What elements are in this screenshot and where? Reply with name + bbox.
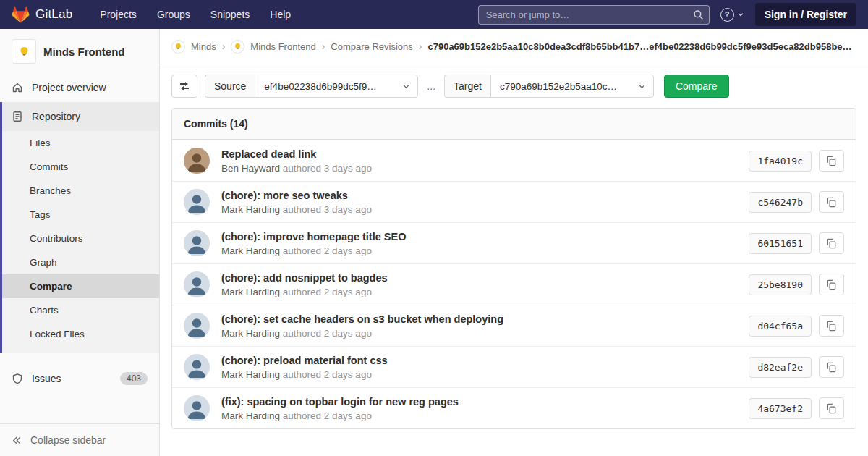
- avatar: [184, 189, 210, 215]
- sidebar-subitem-compare[interactable]: Compare: [2, 274, 159, 298]
- commit-title-link[interactable]: (chore): improve homepage title SEO: [221, 231, 749, 242]
- commit-authored-time: authored 3 days ago: [283, 204, 372, 215]
- swap-revisions-button[interactable]: [171, 75, 197, 98]
- breadcrumb-compare-revisions[interactable]: Compare Revisions: [331, 41, 412, 52]
- nav-help[interactable]: Help: [270, 9, 291, 20]
- breadcrumb-separator: ›: [322, 41, 326, 52]
- commit-meta: Mark Harding authored 3 days ago: [221, 204, 749, 215]
- collapse-sidebar-button[interactable]: Collapse sidebar: [0, 423, 159, 456]
- repository-icon: [12, 111, 23, 122]
- sidebar-subitem-locked-files[interactable]: Locked Files: [2, 322, 159, 346]
- commit-title-link[interactable]: (chore): add nosnippet to bagdes: [221, 272, 749, 284]
- breadcrumb-separator: ›: [222, 41, 226, 52]
- copy-icon: [826, 362, 837, 373]
- commit-author-link[interactable]: Ben Hayward: [221, 163, 280, 174]
- sidebar-item-issues[interactable]: Issues 403: [0, 363, 159, 394]
- main-content: Minds › Minds Frontend › Compare Revisio…: [160, 29, 868, 456]
- copy-icon: [826, 403, 837, 414]
- commit-row: (fix): spacing on topbar login for new r…: [172, 387, 856, 428]
- commit-sha[interactable]: d82eaf2e: [749, 357, 812, 378]
- commit-title-link[interactable]: (fix): spacing on topbar login for new r…: [221, 396, 749, 408]
- collapse-label: Collapse sidebar: [30, 434, 106, 446]
- home-icon: [12, 82, 23, 93]
- breadcrumb-minds[interactable]: Minds: [191, 41, 216, 52]
- copy-sha-button[interactable]: [819, 232, 844, 254]
- commit-meta: Mark Harding authored 2 days ago: [221, 328, 749, 339]
- help-menu-button[interactable]: ?: [720, 8, 744, 22]
- target-group: Target c790a69b152e2b5aa10c…: [444, 75, 654, 98]
- range-separator: ...: [427, 80, 435, 92]
- compare-button[interactable]: Compare: [664, 75, 729, 98]
- commit-title-link[interactable]: (chore): more seo tweaks: [221, 190, 749, 201]
- breadcrumb-current-sha-range: c790a69b152e2b5aa10c8b0dea3cdf8b65bb41b7…: [427, 41, 856, 52]
- commit-sha[interactable]: 60151651: [749, 233, 812, 254]
- nav-projects[interactable]: Projects: [100, 9, 137, 20]
- copy-sha-button[interactable]: [819, 150, 844, 172]
- commit-sha[interactable]: 4a673ef2: [749, 398, 812, 419]
- breadcrumb-minds-frontend[interactable]: Minds Frontend: [250, 41, 315, 52]
- commit-sha[interactable]: d04cf65a: [749, 316, 812, 337]
- commit-meta: Mark Harding authored 2 days ago: [221, 287, 749, 297]
- commit-sha[interactable]: c546247b: [749, 192, 812, 213]
- commit-title-link[interactable]: (chore): set cache headers on s3 bucket …: [221, 313, 749, 325]
- copy-sha-button[interactable]: [819, 274, 844, 295]
- commit-row: (chore): preload material font css Mark …: [172, 346, 856, 387]
- gitlab-tanuki-icon: [12, 6, 30, 24]
- commit-author-link[interactable]: Mark Harding: [221, 369, 280, 380]
- nav-groups[interactable]: Groups: [157, 9, 190, 20]
- sidebar-subitem-contributors[interactable]: Contributors: [2, 227, 159, 250]
- nav-snippets[interactable]: Snippets: [210, 9, 250, 20]
- sign-in-register-button[interactable]: Sign in / Register: [755, 3, 856, 26]
- copy-sha-button[interactable]: [819, 191, 844, 213]
- commit-info: (fix): spacing on topbar login for new r…: [221, 396, 749, 421]
- commit-info: (chore): add nosnippet to bagdes Mark Ha…: [221, 272, 749, 297]
- commit-authored-time: authored 2 days ago: [283, 245, 372, 256]
- commit-title-link[interactable]: Replaced dead link: [221, 148, 749, 160]
- project-header-link[interactable]: Minds Frontend: [0, 29, 159, 73]
- commit-title-link[interactable]: (chore): preload material font css: [221, 355, 749, 366]
- commit-authored-time: authored 2 days ago: [283, 369, 372, 380]
- commit-row: (chore): add nosnippet to bagdes Mark Ha…: [172, 263, 856, 305]
- gitlab-home-link[interactable]: GitLab: [12, 6, 72, 24]
- page: GitLab Projects Groups Snippets Help ? S…: [0, 0, 868, 456]
- minds-group-icon: [171, 40, 185, 54]
- copy-sha-button[interactable]: [819, 356, 844, 378]
- avatar: [184, 354, 210, 380]
- swap-icon: [179, 80, 190, 92]
- sidebar-subitem-files[interactable]: Files: [2, 131, 159, 155]
- sidebar: Minds Frontend Project overview: [0, 29, 160, 456]
- copy-sha-button[interactable]: [819, 397, 844, 419]
- copy-icon: [826, 197, 837, 208]
- commit-author-link[interactable]: Mark Harding: [221, 204, 280, 215]
- navbar-links: Projects Groups Snippets Help: [100, 9, 291, 20]
- copy-sha-button[interactable]: [819, 315, 844, 337]
- commit-author-link[interactable]: Mark Harding: [221, 328, 280, 339]
- commit-author-link[interactable]: Mark Harding: [221, 287, 280, 297]
- source-ref-dropdown[interactable]: ef4be02238d6b99dc5f9…: [255, 75, 418, 98]
- commit-authored-time: authored 2 days ago: [283, 328, 372, 339]
- commit-sha[interactable]: 25be8190: [749, 274, 812, 295]
- commit-meta: Ben Hayward authored 3 days ago: [221, 163, 749, 174]
- sidebar-subitem-charts[interactable]: Charts: [2, 298, 159, 322]
- sidebar-subitem-tags[interactable]: Tags: [2, 203, 159, 227]
- sidebar-item-label: Repository: [32, 111, 80, 122]
- target-ref-dropdown[interactable]: c790a69b152e2b5aa10c…: [490, 75, 654, 98]
- sidebar-nav: Project overview Repository Files Com: [0, 73, 159, 394]
- chevron-down-icon: [402, 83, 410, 90]
- commit-author-link[interactable]: Mark Harding: [221, 410, 280, 421]
- sidebar-subitem-branches[interactable]: Branches: [2, 179, 159, 203]
- sidebar-subitem-graph[interactable]: Graph: [2, 250, 159, 274]
- source-label: Source: [205, 75, 255, 98]
- copy-icon: [826, 156, 837, 166]
- breadcrumb: Minds › Minds Frontend › Compare Revisio…: [160, 29, 868, 64]
- minds-frontend-project-icon: [231, 40, 244, 54]
- sidebar-subitem-commits[interactable]: Commits: [2, 155, 159, 179]
- commit-meta: Mark Harding authored 2 days ago: [221, 410, 749, 421]
- navbar-right: ? Sign in / Register: [478, 3, 856, 26]
- search-input[interactable]: [478, 5, 710, 25]
- commits-panel: Commits (14) Replaced dead link Ben Hayw…: [171, 108, 856, 429]
- commit-author-link[interactable]: Mark Harding: [221, 245, 280, 256]
- sidebar-item-project-overview[interactable]: Project overview: [0, 73, 159, 102]
- commit-sha[interactable]: 1fa4019c: [749, 151, 812, 172]
- sidebar-item-repository[interactable]: Repository: [2, 102, 159, 131]
